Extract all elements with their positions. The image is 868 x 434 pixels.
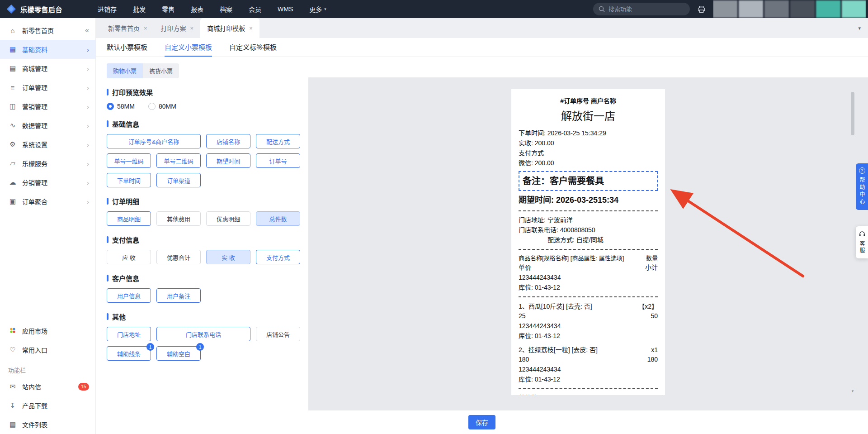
field-button-helper-line[interactable]: 辅助线条 1 [107,346,151,361]
scrollbar-thumb[interactable] [851,92,854,135]
field-button-total-count[interactable]: 总件数 [256,211,300,226]
marketing-icon: ◫ [8,102,17,110]
field-button-order-channel[interactable]: 订单渠道 [156,173,201,187]
tab-label: 打印方案 [161,24,186,33]
subtab-default-receipt[interactable]: 默认小票模板 [107,38,147,57]
sidebar: ⌂ 新零售首页 « ▦ 基础资料 › ▤ 商城管理 › ≡ 订单管理 › ◫ 营… [0,18,96,434]
help-center-label: 帮助中心 [858,177,866,206]
user-avatar-group[interactable] [713,0,866,18]
pill-picking-receipt[interactable]: 拣货小票 [143,63,179,78]
sidebar-item-marketing[interactable]: ◫ 营销管理 › [0,97,95,116]
field-button-barcode[interactable]: 单号一维码 [107,153,151,168]
sidebar-item-label: 站内信 [22,382,41,391]
top-menu-retail[interactable]: 零售 [162,5,175,14]
section-title-basic-info: 基础信息 [107,119,300,129]
tabs-dropdown-icon[interactable]: ▾ [858,25,861,31]
subtab-custom-receipt[interactable]: 自定义小票模板 [165,38,212,57]
top-menu-wms[interactable]: WMS [278,5,293,13]
receipt-paid: 实收: 200.00 [519,138,658,148]
field-button-delivery-method[interactable]: 配送方式 [256,134,300,148]
tab-mall-print-template[interactable]: 商城打印模板 × [200,18,259,38]
sidebar-item-basic-data[interactable]: ▦ 基础资料 › [0,40,95,59]
printer-icon[interactable] [697,5,706,14]
field-button-store-name[interactable]: 店铺名称 [206,134,250,148]
chevron-right-icon: › [87,46,89,53]
save-button[interactable]: 保存 [468,415,495,429]
chevron-right-icon: › [87,65,89,72]
field-button-discount-total[interactable]: 优惠合计 [156,250,201,264]
sidebar-item-order-aggregation[interactable]: ▣ 订单聚合 › [0,192,95,211]
top-menu-wholesale[interactable]: 批发 [133,5,146,14]
sidebar-item-label: 分销管理 [22,178,47,187]
app-market-icon [8,327,17,335]
sidebar-item-order-management[interactable]: ≡ 订单管理 › [0,78,95,97]
receipt-remark-text[interactable]: 备注：客户需要餐具 [519,171,658,191]
tab-new-retail-home[interactable]: 新零售首页 × [101,18,154,38]
radio-58mm[interactable]: 58MM [107,103,135,110]
subtab-custom-label[interactable]: 自定义标签模板 [229,38,277,57]
section-bar [107,275,108,281]
field-button-other-fees[interactable]: 其他费用 [156,211,201,226]
sidebar-item-distribution[interactable]: ☁ 分销管理 › [0,173,95,192]
scrollbar-down-icon[interactable]: ▾ [850,389,855,393]
field-button-expected-time[interactable]: 期望时间 [206,153,250,168]
close-icon[interactable]: × [144,25,147,32]
field-button-order-number[interactable]: 订单号 [256,153,300,168]
field-button-product-detail[interactable]: 商品明细 [107,211,151,226]
avatar [739,0,763,18]
chevron-right-icon: › [87,198,89,205]
help-center-tab[interactable]: ? 帮助中心 [856,163,868,210]
field-button-receivable[interactable]: 应 收 [107,250,151,264]
count-badge: 1 [196,343,204,351]
sidebar-item-file-list[interactable]: ▤ 文件列表 [0,415,95,434]
global-search[interactable] [593,3,690,15]
delete-remark-button[interactable] [663,176,665,186]
top-menu-reports[interactable]: 报表 [191,5,203,14]
sidebar-item-system-settings[interactable]: ⚙ 系统设置 › [0,135,95,154]
field-button-store-address[interactable]: 门店地址 [107,327,151,341]
field-button-paid[interactable]: 实 收 [206,250,250,264]
sidebar-item-label: 商城管理 [22,64,47,73]
sidebar-item-inbox[interactable]: ✉ 站内信 15 [0,377,95,396]
sidebar-item-data-management[interactable]: ∿ 数据管理 › [0,116,95,135]
receipt-columns-header2: 单价小计 [519,263,658,272]
close-icon[interactable]: × [190,25,194,32]
receipt-preview-area: #订单序号 商户名称 解放街一店 下单时间: 2026-03-25 15:34:… [308,77,868,410]
receipt-remark-selected-block[interactable]: 备注：客户需要餐具 [519,171,658,191]
section-title-other: 其他 [107,312,300,321]
field-button-store-notice[interactable]: 店铺公告 [256,327,300,341]
bag-icon: ▱ [8,159,17,167]
customer-service-tab[interactable]: 客服 [856,226,868,258]
section-bar [107,89,108,95]
sidebar-item-label: 应用市场 [22,326,47,335]
collapse-sidebar-icon[interactable]: « [85,26,89,34]
preview-scrollbar[interactable]: ▾ [851,78,854,410]
top-menu-more[interactable]: 更多▾ [309,5,326,14]
field-button-pay-method[interactable]: 支付方式 [256,250,300,264]
field-button-user-remark[interactable]: 用户备注 [156,288,201,303]
sidebar-item-app-market[interactable]: 应用市场 [0,321,95,340]
top-menu-archives[interactable]: 档案 [220,5,232,14]
close-icon[interactable]: × [249,25,253,32]
top-menu-inventory[interactable]: 进销存 [98,5,117,14]
radio-80mm[interactable]: 80MM [148,103,176,110]
avatar [764,0,789,18]
field-button-helper-blank[interactable]: 辅助空白 1 [156,346,201,361]
tab-print-plan[interactable]: 打印方案 × [154,18,201,38]
sidebar-item-product-download[interactable]: ↧ 产品下载 [0,396,95,415]
sidebar-item-label: 系统设置 [22,140,47,149]
field-button-order-no-merchant[interactable]: 订单序号&商户名称 [107,134,201,148]
sidebar-item-mall-management[interactable]: ▤ 商城管理 › [0,59,95,78]
field-button-store-phone[interactable]: 门店联系电话 [156,327,250,341]
pill-shopping-receipt[interactable]: 购物小票 [107,63,143,78]
field-button-discount-detail[interactable]: 优惠明细 [206,211,250,226]
search-input[interactable] [609,6,676,13]
field-button-user-info[interactable]: 用户信息 [107,288,151,303]
sidebar-item-home[interactable]: ⌂ 新零售首页 « [0,21,95,40]
top-menu-members[interactable]: 会员 [249,5,261,14]
field-button-qrcode[interactable]: 单号二维码 [156,153,201,168]
field-button-order-time[interactable]: 下单时间 [107,173,151,187]
radio-selected-icon [107,103,114,110]
sidebar-item-favorites[interactable]: ♡ 常用入口 [0,340,95,359]
sidebar-item-lemon-service[interactable]: ▱ 乐檬服务 › [0,154,95,173]
